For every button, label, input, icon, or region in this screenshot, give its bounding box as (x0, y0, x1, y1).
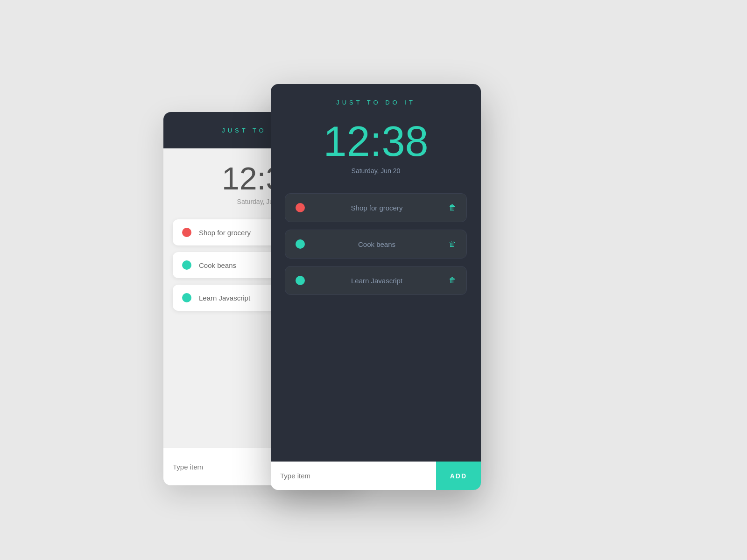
card-dark-footer: ADD (271, 462, 481, 490)
task-label-dark-2: Cook beans (312, 240, 441, 248)
card-dark-header: JUST TO DO IT (271, 84, 481, 116)
clock-dark: 12:38 (285, 120, 467, 162)
dot-green-dark-3 (296, 276, 305, 285)
tasks-dark: Shop for grocery 🗑 Cook beans 🗑 Learn Ja… (285, 193, 467, 452)
dot-green-light-3 (182, 293, 191, 302)
date-dark: Saturday, Jun 20 (285, 167, 467, 175)
task-label-dark-3: Learn Javascript (312, 277, 441, 285)
dot-green-light-2 (182, 260, 191, 270)
dot-red-light-1 (182, 228, 191, 237)
task-label-dark-1: Shop for grocery (312, 204, 441, 212)
time-section-dark: 12:38 Saturday, Jun 20 (285, 120, 467, 175)
dot-red-dark-1 (296, 203, 305, 212)
card-dark-body: 12:38 Saturday, Jun 20 Shop for grocery … (271, 116, 481, 462)
delete-icon-dark-3[interactable]: 🗑 (449, 276, 456, 285)
task-item-dark-1: Shop for grocery 🗑 (285, 193, 467, 222)
delete-icon-dark-2[interactable]: 🗑 (449, 240, 456, 248)
card-dark: JUST TO DO IT 12:38 Saturday, Jun 20 Sho… (271, 84, 481, 490)
task-item-dark-2: Cook beans 🗑 (285, 230, 467, 259)
scene: JUST TO DO IT 12:38 Saturday, Jun 20 Sho… (163, 70, 584, 490)
add-button-dark[interactable]: ADD (436, 462, 481, 490)
type-item-input-dark[interactable] (271, 462, 436, 490)
card-dark-title: JUST TO DO IT (336, 99, 416, 106)
dot-green-dark-2 (296, 239, 305, 249)
delete-icon-dark-1[interactable]: 🗑 (449, 203, 456, 212)
task-item-dark-3: Learn Javascript 🗑 (285, 266, 467, 295)
